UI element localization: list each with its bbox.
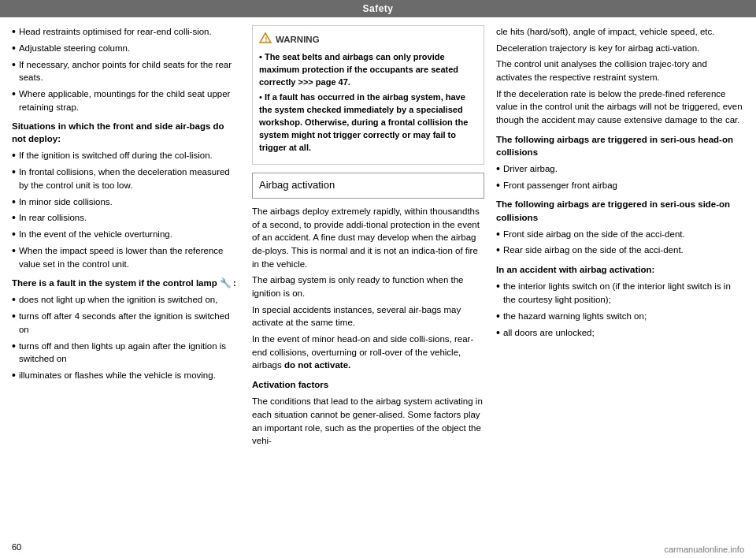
list-item: • Head restraints optimised for rear-end… (12, 25, 240, 39)
section2-bullets: • does not light up when the ignition is… (12, 293, 240, 381)
header-bar: Safety (0, 0, 756, 17)
right-section3-heading: In an accident with airbag activation: (496, 263, 744, 276)
activation-factors-heading: Activation factors (252, 378, 484, 391)
section2-heading: There is a fault in the system if the co… (12, 277, 240, 289)
list-item: • If the ignition is switched off during… (12, 149, 240, 162)
list-item: • Driver airbag. (496, 162, 744, 176)
airbag-para-2: The airbag system is only ready to funct… (252, 273, 484, 299)
warning-item-1: • The seat belts and airbags can only pr… (259, 51, 477, 89)
list-item: • the interior lights switch on (if the … (496, 280, 744, 306)
right-para-2: Deceleration trajectory is key for airba… (496, 42, 744, 55)
middle-column: ! WARNING • The seat belts and airbags c… (252, 25, 484, 550)
list-item: • Front passenger front airbag (496, 179, 744, 192)
left-column: • Head restraints optimised for rear-end… (12, 25, 240, 550)
content-area: • Head restraints optimised for rear-end… (0, 17, 756, 558)
warning-item-2: • If a fault has occurred in the airbag … (259, 91, 477, 154)
list-item: • all doors are unlocked; (496, 326, 744, 340)
list-item: • Rear side airbag on the side of the ac… (496, 244, 744, 257)
warning-box: ! WARNING • The seat belts and airbags c… (252, 25, 484, 165)
right-section1-heading: The following airbags are triggered in s… (496, 133, 744, 158)
right-para-3: The control unit analyses the collision … (496, 58, 744, 84)
right-column: cle hits (hard/soft), angle of impact, v… (496, 25, 744, 550)
airbag-activation-title: Airbag activation (259, 178, 335, 193)
warning-title: ! WARNING (259, 32, 477, 47)
section1-heading: Situations in which the front and side a… (12, 120, 240, 145)
list-item: • illuminates or flashes while the vehic… (12, 369, 240, 382)
list-item: • In rear collisions. (12, 211, 240, 225)
list-item: • In minor side collisions. (12, 195, 240, 209)
svg-text:!: ! (265, 35, 268, 43)
watermark-text: carmanualonline.info (664, 545, 744, 554)
top-bullets: • Head restraints optimised for rear-end… (12, 25, 240, 113)
list-item: • turns off after 4 seconds after the ig… (12, 310, 240, 336)
list-item: • Front side airbag on the side of the a… (496, 228, 744, 241)
activation-factors-text: The conditions that lead to the airbag s… (252, 395, 484, 448)
list-item: • In frontal collisions, when the decele… (12, 166, 240, 192)
airbag-para-1: The airbags deploy extremely rapidly, wi… (252, 205, 484, 270)
list-item: • Where applicable, mountings for the ch… (12, 87, 240, 113)
page-wrapper: Safety • Head restraints optimised for r… (0, 0, 756, 558)
airbag-para-4: In the event of minor head-on and side c… (252, 333, 484, 372)
warning-triangle-icon: ! (259, 32, 272, 47)
right-para-4: If the deceleration rate is below the pr… (496, 87, 744, 127)
list-item: • Adjustable steering column. (12, 42, 240, 55)
list-item: • If necessary, anchor points for child … (12, 58, 240, 84)
right-section2-heading: The following airbags are triggered in s… (496, 198, 744, 223)
airbag-activation-box: Airbag activation (252, 173, 484, 199)
section1-bullets: • If the ignition is switched off during… (12, 149, 240, 270)
list-item: • In the event of the vehicle overturnin… (12, 228, 240, 241)
list-item: • the hazard warning lights switch on; (496, 310, 744, 323)
right-para-1: cle hits (hard/soft), angle of impact, v… (496, 25, 744, 39)
list-item: • turns off and then lights up again aft… (12, 340, 240, 366)
header-title: Safety (362, 3, 393, 14)
list-item: • does not light up when the ignition is… (12, 293, 240, 307)
airbag-para-3: In special accidents instances, several … (252, 303, 484, 329)
page-number: 60 (12, 542, 21, 552)
list-item: • When the impact speed is lower than th… (12, 244, 240, 270)
